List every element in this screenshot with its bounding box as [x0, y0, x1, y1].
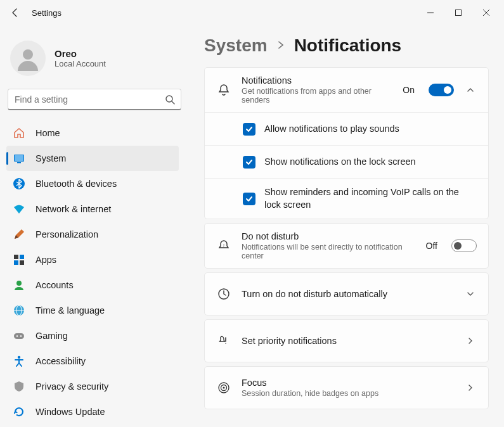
row-subtitle: Get notifications from apps and other se…: [242, 87, 392, 105]
sidebar-item-label: System: [36, 153, 66, 163]
clock-icon: [216, 287, 231, 301]
back-button[interactable]: [4, 1, 27, 24]
time-language-icon: [13, 304, 25, 317]
notifications-card: Notifications Get notifications from app…: [204, 67, 489, 219]
sidebar-item-apps[interactable]: Apps: [6, 247, 179, 272]
priority-icon: [216, 334, 231, 348]
sidebar-item-label: Bluetooth & devices: [36, 179, 117, 189]
row-title: Notifications: [242, 75, 392, 86]
accessibility-icon: [13, 355, 25, 367]
priority-card: Set priority notifications: [204, 319, 489, 362]
personalization-icon: [13, 228, 25, 241]
checkbox-checked[interactable]: [243, 156, 255, 169]
sidebar-item-label: Accessibility: [36, 356, 86, 366]
privacy-icon: [13, 380, 25, 393]
notifications-toggle[interactable]: [429, 84, 454, 96]
svg-point-25: [223, 387, 225, 389]
row-title: Turn on do not disturb automatically: [242, 289, 454, 299]
accounts-icon: [13, 279, 25, 291]
chevron-right-icon[interactable]: [464, 383, 477, 392]
svg-point-18: [16, 335, 18, 336]
user-sub: Local Account: [55, 59, 106, 68]
sidebar-item-home[interactable]: Home: [6, 120, 179, 146]
row-title: Set priority notifications: [242, 336, 454, 346]
search-input[interactable]: [8, 94, 159, 105]
sidebar-item-label: Privacy & security: [36, 381, 108, 392]
row-title: Focus: [242, 378, 454, 388]
sidebar-item-system[interactable]: System: [6, 146, 179, 171]
svg-rect-10: [20, 255, 24, 259]
sidebar-item-time-language[interactable]: Time & language: [6, 298, 179, 323]
sidebar-item-label: Accounts: [36, 280, 74, 290]
sidebar-item-label: Gaming: [36, 331, 68, 341]
search-box[interactable]: [8, 89, 181, 110]
titlebar: Settings: [0, 0, 504, 25]
window-title: Settings: [32, 8, 61, 18]
sidebar-item-bluetooth[interactable]: Bluetooth & devices: [6, 171, 179, 196]
notif-sub-lockscreen[interactable]: Show notifications on the lock screen: [205, 145, 488, 178]
bell-icon: [216, 83, 231, 97]
focus-icon: [216, 381, 231, 395]
svg-point-2: [23, 49, 33, 60]
breadcrumb: System Notifications: [204, 35, 489, 56]
svg-text:z: z: [223, 243, 225, 247]
sidebar-item-windows-update[interactable]: Windows Update: [6, 399, 179, 424]
sidebar-item-label: Apps: [36, 255, 56, 265]
gaming-icon: [13, 329, 25, 342]
checkbox-checked[interactable]: [243, 193, 255, 205]
bluetooth-icon: [13, 177, 25, 190]
dnd-toggle[interactable]: [451, 239, 477, 252]
toggle-state-label: Off: [426, 241, 437, 251]
auto-dnd-card: Turn on do not disturb automatically: [204, 272, 489, 315]
sidebar-item-gaming[interactable]: Gaming: [6, 323, 179, 348]
focus-row[interactable]: Focus Session duration, hide badges on a…: [205, 367, 488, 409]
sidebar: Oreo Local Account Home System: [0, 25, 189, 427]
apps-icon: [13, 253, 25, 266]
user-name: Oreo: [55, 48, 106, 59]
sidebar-item-accounts[interactable]: Accounts: [6, 272, 179, 298]
row-subtitle: Notifications will be sent directly to n…: [242, 243, 416, 260]
windows-update-icon: [13, 405, 25, 418]
svg-rect-6: [15, 155, 23, 161]
notifications-row[interactable]: Notifications Get notifications from app…: [205, 68, 488, 112]
sidebar-item-personalization[interactable]: Personalization: [6, 222, 179, 247]
row-title: Do not disturb: [242, 231, 416, 241]
checkbox-checked[interactable]: [243, 123, 255, 136]
svg-rect-1: [456, 10, 462, 16]
sub-label: Show notifications on the lock screen: [264, 156, 416, 169]
svg-rect-17: [14, 333, 24, 339]
priority-row[interactable]: Set priority notifications: [205, 320, 488, 362]
close-button[interactable]: [472, 3, 500, 23]
row-subtitle: Session duration, hide badges on apps: [242, 389, 454, 398]
sidebar-item-privacy[interactable]: Privacy & security: [6, 374, 179, 399]
minimize-button[interactable]: [417, 3, 444, 23]
auto-dnd-row[interactable]: Turn on do not disturb automatically: [205, 273, 488, 315]
network-icon: [13, 203, 25, 215]
svg-line-4: [172, 101, 174, 104]
dnd-icon: z: [216, 239, 231, 253]
search-icon: [159, 94, 181, 105]
chevron-right-icon[interactable]: [464, 336, 477, 345]
svg-point-3: [166, 96, 172, 102]
dnd-row[interactable]: z Do not disturb Notifications will be s…: [205, 224, 488, 268]
nav-list[interactable]: Home System Bluetooth & devices Network …: [6, 120, 183, 427]
notif-sub-sounds[interactable]: Allow notifications to play sounds: [205, 112, 488, 145]
chevron-down-icon[interactable]: [464, 290, 477, 298]
main-content[interactable]: System Notifications Notifications Get n…: [189, 25, 504, 427]
sidebar-item-network[interactable]: Network & internet: [6, 196, 179, 222]
svg-point-13: [16, 281, 22, 286]
sidebar-item-accessibility[interactable]: Accessibility: [6, 348, 179, 374]
sidebar-item-label: Network & internet: [36, 204, 111, 214]
notif-sub-voip[interactable]: Show reminders and incoming VoIP calls o…: [205, 178, 488, 219]
maximize-button[interactable]: [444, 3, 472, 23]
system-icon: [13, 152, 25, 165]
user-block[interactable]: Oreo Local Account: [6, 25, 183, 89]
chevron-up-icon[interactable]: [464, 86, 477, 94]
dnd-card: z Do not disturb Notifications will be s…: [204, 223, 489, 269]
focus-card: Focus Session duration, hide badges on a…: [204, 366, 489, 409]
breadcrumb-parent[interactable]: System: [204, 35, 268, 56]
avatar: [10, 41, 46, 76]
breadcrumb-current: Notifications: [294, 35, 402, 56]
sidebar-item-label: Windows Update: [36, 407, 105, 417]
sub-label: Show reminders and incoming VoIP calls o…: [264, 186, 477, 211]
